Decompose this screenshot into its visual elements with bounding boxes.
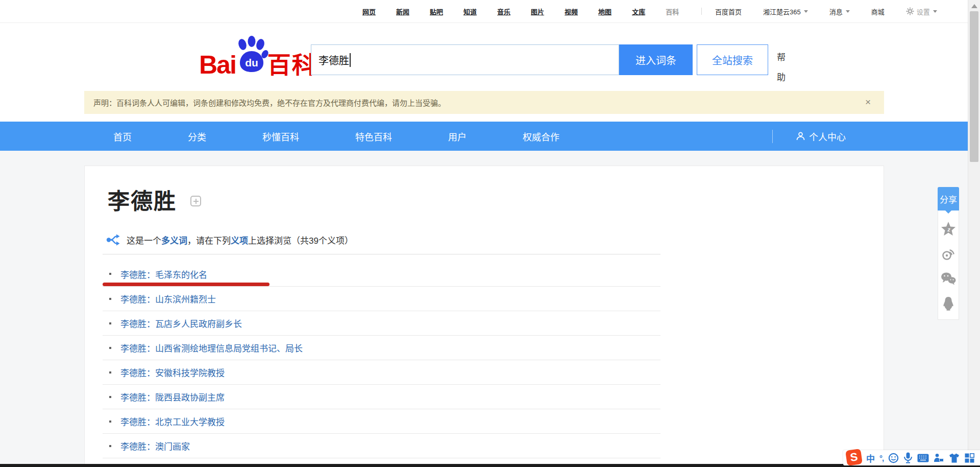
baike-logo[interactable]: Bai du 百科 xyxy=(199,36,316,77)
top-nav-link-wenku[interactable]: 文库 xyxy=(632,7,645,16)
list-item: 李德胜：毛泽东的化名 xyxy=(103,254,660,287)
content-card: 李德胜 这是一个多义词，请在下列义项上选择浏览（共39个义项） 李德胜：毛泽东的… xyxy=(84,166,884,467)
bullet-icon xyxy=(109,298,111,300)
chevron-down-icon xyxy=(846,10,850,13)
weibo-icon[interactable] xyxy=(942,247,955,261)
top-nav-link-images[interactable]: 图片 xyxy=(531,7,544,16)
punctuation-toggle[interactable]: °, xyxy=(879,454,884,462)
mall-link[interactable]: 商城 xyxy=(871,7,885,16)
skin-icon[interactable] xyxy=(948,453,960,463)
list-item: 李德胜：山东滨州籍烈士 xyxy=(103,287,660,311)
share-panel: 分享 z xyxy=(938,187,959,320)
chevron-down-icon xyxy=(933,10,937,13)
top-nav-link-news[interactable]: 新闻 xyxy=(396,7,409,16)
close-icon[interactable]: × xyxy=(865,96,871,108)
top-nav-link-web[interactable]: 网页 xyxy=(362,7,376,16)
settings-menu[interactable]: 设置 xyxy=(906,7,937,16)
senses-link[interactable]: 义项 xyxy=(231,233,248,246)
nav-users[interactable]: 用户 xyxy=(448,130,467,143)
list-item: 李德胜：山西省测绘地理信息局党组书记、局长 xyxy=(103,336,660,360)
messages-menu[interactable]: 消息 xyxy=(829,7,850,16)
list-item: 李德胜：安徽科技学院教授 xyxy=(103,360,660,385)
sense-list: 李德胜：毛泽东的化名 李德胜：山东滨州籍烈士 李德胜：瓦店乡人民政府副乡长 李德… xyxy=(103,254,660,458)
personal-center-link[interactable]: 个人中心 xyxy=(796,130,846,143)
enter-entry-button[interactable]: 进入词条 xyxy=(619,44,693,75)
person-icon xyxy=(796,131,805,141)
polysemy-link[interactable]: 多义词 xyxy=(161,233,187,246)
disclaimer-text: 声明：百科词条人人可编辑，词条创建和修改均免费，绝不存在官方及代理商付费代编，请… xyxy=(93,97,446,108)
sense-link[interactable]: 李德胜：毛泽东的化名 xyxy=(120,268,207,281)
bullet-icon xyxy=(109,396,111,398)
sense-link[interactable]: 李德胜：北京工业大学教授 xyxy=(120,415,225,428)
sense-link[interactable]: 李德胜：陇西县政协副主席 xyxy=(120,390,225,403)
sense-link[interactable]: 李德胜：山东滨州籍烈士 xyxy=(120,292,216,305)
fullsite-search-button[interactable]: 全站搜索 xyxy=(697,44,768,75)
microphone-icon[interactable] xyxy=(903,452,913,463)
personal-center-label: 个人中心 xyxy=(809,130,846,143)
polysemy-fork-icon xyxy=(106,233,121,246)
chinese-mode-toggle[interactable]: 中 xyxy=(866,452,875,464)
keyboard-icon[interactable] xyxy=(917,454,929,462)
taskbar-edge xyxy=(0,464,980,467)
username-menu[interactable]: 湘江楚云365 xyxy=(763,7,808,16)
baidu-home-link[interactable]: 百度首页 xyxy=(715,7,742,16)
share-tab-tail xyxy=(945,211,951,217)
scrollbar-thumb[interactable] xyxy=(970,11,978,162)
sense-link[interactable]: 李德胜：瓦店乡人民政府副乡长 xyxy=(120,317,242,330)
list-item: 李德胜：瓦店乡人民政府副乡长 xyxy=(103,311,660,336)
top-nav-link-tieba[interactable]: 贴吧 xyxy=(430,7,443,16)
top-nav-account-area: 百度首页 湘江楚云365 消息 商城 设置 xyxy=(701,0,937,22)
top-nav-link-baike-current: 百科 xyxy=(666,7,679,16)
qzone-icon[interactable]: z xyxy=(941,222,955,236)
username-label: 湘江楚云365 xyxy=(763,7,801,16)
top-nav-link-zhidao[interactable]: 知道 xyxy=(463,7,477,16)
list-item: 李德胜：澳门画家 xyxy=(103,434,660,458)
settings-label: 设置 xyxy=(917,7,930,16)
chevron-down-icon xyxy=(804,10,808,13)
search-input[interactable] xyxy=(311,44,619,75)
disambiguation-note: 这是一个多义词，请在下列义项上选择浏览（共39个义项） xyxy=(106,233,353,246)
list-item: 李德胜：北京工业大学教授 xyxy=(103,409,660,434)
disclaimer-bar: 声明：百科词条人人可编辑，词条创建和修改均免费，绝不存在官方及代理商付费代编，请… xyxy=(84,91,884,114)
emoji-icon[interactable] xyxy=(888,453,899,463)
share-icons: z xyxy=(938,211,959,320)
bullet-icon xyxy=(109,371,111,373)
highlight-underline xyxy=(103,283,270,286)
sense-link[interactable]: 李德胜：澳门画家 xyxy=(120,439,190,452)
bullet-icon xyxy=(109,322,111,324)
gear-icon xyxy=(906,7,914,15)
messages-label: 消息 xyxy=(829,7,843,16)
user-center-area: 个人中心 xyxy=(772,122,846,151)
top-nav-links: 网页 新闻 贴吧 知道 音乐 图片 视频 地图 文库 百科 xyxy=(362,0,679,22)
help-link[interactable]: 帮助 xyxy=(774,53,787,92)
menu-grid-icon[interactable] xyxy=(965,453,974,463)
top-nav-link-video[interactable]: 视频 xyxy=(565,7,578,16)
top-nav-link-music[interactable]: 音乐 xyxy=(497,7,510,16)
nav-authority-cooperation[interactable]: 权威合作 xyxy=(523,130,559,143)
nav-home[interactable]: 首页 xyxy=(113,130,132,143)
share-tab[interactable]: 分享 xyxy=(938,187,959,211)
nav-categories[interactable]: 分类 xyxy=(188,130,206,143)
list-item: 李德胜：陇西县政协副主席 xyxy=(103,385,660,409)
wechat-icon[interactable] xyxy=(941,272,956,285)
top-nav-bar: 网页 新闻 贴吧 知道 音乐 图片 视频 地图 文库 百科 百度首页 湘江楚云3… xyxy=(0,0,968,23)
baike-nav-bar: 首页 分类 秒懂百科 特色百科 用户 权威合作 个人中心 xyxy=(0,122,968,151)
disambig-middle: ，请在下列 xyxy=(187,233,231,246)
sogou-logo-icon[interactable]: S xyxy=(845,449,863,466)
baidu-paw-icon: du xyxy=(235,36,268,76)
scrollbar-track[interactable] xyxy=(968,0,980,467)
text-cursor xyxy=(350,53,351,67)
nav-miaodong-baike[interactable]: 秒懂百科 xyxy=(262,130,299,143)
top-nav-link-maps[interactable]: 地图 xyxy=(598,7,611,16)
sense-link[interactable]: 李德胜：山西省测绘地理信息局党组书记、局长 xyxy=(120,341,303,354)
nav-featured-baike[interactable]: 特色百科 xyxy=(355,130,392,143)
svg-text:z: z xyxy=(947,226,950,232)
baike-nav-links: 首页 分类 秒懂百科 特色百科 用户 权威合作 xyxy=(113,122,559,151)
input-stats-icon[interactable] xyxy=(934,453,944,463)
svg-text:du: du xyxy=(245,57,258,68)
plus-icon[interactable] xyxy=(190,196,201,206)
qq-icon[interactable] xyxy=(942,296,955,311)
sense-link[interactable]: 李德胜：安徽科技学院教授 xyxy=(120,366,225,379)
disambig-prefix: 这是一个 xyxy=(127,233,161,246)
scroll-up-arrow-icon[interactable] xyxy=(971,4,977,8)
